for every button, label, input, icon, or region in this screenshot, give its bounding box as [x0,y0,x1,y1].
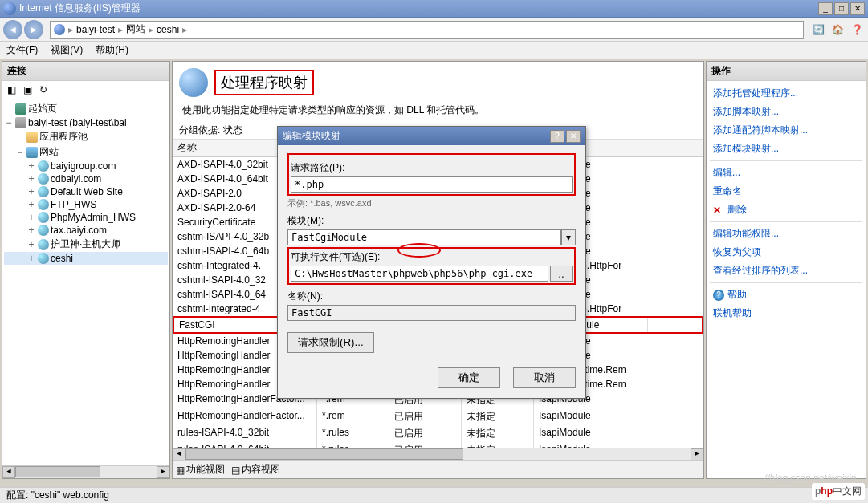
tree-refresh-icon[interactable]: ↻ [36,83,51,97]
breadcrumb-seg[interactable]: ceshi [157,24,179,35]
tree-expand-icon[interactable]: ▣ [20,83,35,97]
menu-help[interactable]: 帮助(H) [96,43,128,57]
tree-hscroll[interactable]: ◄ ► [2,465,169,478]
status-bar: 配置: "ceshi" web.config [0,487,868,503]
action-link[interactable]: ✕删除 [710,201,862,219]
status-text: 配置: "ceshi" web.config [6,489,109,502]
maximize-button[interactable]: □ [834,2,849,15]
action-link[interactable]: 恢复为父项 [710,243,862,262]
request-path-label: 请求路径(P): [291,161,573,175]
tree-node[interactable]: 应用程序池 [4,129,168,144]
globe-icon [54,24,65,35]
dialog-title: 编辑模块映射 [283,129,340,143]
delete-icon: ✕ [713,205,724,216]
connections-header: 连接 [2,62,169,81]
action-link[interactable]: 查看经过排序的列表... [710,262,862,280]
window-title: Internet 信息服务(IIS)管理器 [19,2,818,15]
dialog-help-button[interactable]: ? [550,130,564,143]
action-link[interactable]: 添加脚本映射... [710,103,862,121]
table-row[interactable]: rules-ISAPI-4.0_32bit*.rules已启用未指定IsapiM… [173,425,703,442]
edit-module-mapping-dialog: 编辑模块映射 ? ✕ 请求路径(P): 示例: *.bas, wsvc.axd … [277,126,586,399]
feature-description: 使用此功能指定处理特定请求类型的响应的资源，如 DLL 和托管代码。 [173,103,703,122]
tree-node[interactable]: 起始页 [4,101,168,116]
executable-input[interactable] [291,266,548,282]
logo-watermark: php中文网 [812,483,865,500]
cancel-button[interactable]: 取消 [513,367,576,388]
connections-panel: 连接 ◧ ▣ ↻ 起始页−baiyi-test (baiyi-test\bai应… [2,61,170,479]
actions-header: 操作 [707,62,866,81]
actions-panel: 操作 添加托管处理程序...添加脚本映射...添加通配符脚本映射...添加模块映… [706,61,866,479]
action-link[interactable]: 重命名 [710,182,862,201]
request-restrictions-button[interactable]: 请求限制(R)... [287,332,374,353]
tree-node[interactable]: +baiyigroup.com [4,160,168,172]
action-link[interactable]: 联机帮助 [710,304,862,322]
action-link[interactable]: 编辑... [710,164,862,182]
action-link[interactable]: 添加模块映射... [710,140,862,158]
scroll-right-button[interactable]: ► [157,466,169,478]
tree-node[interactable]: +ceshi [4,252,168,265]
feature-title: 处理程序映射 [214,70,314,95]
address-row: ◄ ► ▸ baiyi-test ▸ 网站 ▸ ceshi ▸ 🔄 🏠 ❓ [0,18,868,42]
menu-view[interactable]: 视图(V) [51,43,83,57]
action-link[interactable]: 编辑功能权限... [710,225,862,243]
titlebar: Internet 信息服务(IIS)管理器 _ □ ✕ [0,0,868,18]
ok-button[interactable]: 确定 [438,367,500,388]
request-path-input[interactable] [291,176,573,193]
group-by-value[interactable]: 状态 [223,124,242,136]
tree-node[interactable]: +护卫神·主机大师 [4,237,168,252]
group-by-label: 分组依据: [179,124,220,136]
scroll-left-button[interactable]: ◄ [2,466,15,478]
menu-bar: 文件(F) 视图(V) 帮助(H) [0,42,868,59]
content-view-tab[interactable]: ▤ 内容视图 [231,463,280,477]
table-row[interactable]: rules-ISAPI-4.0_64bit*.rules已启用未指定IsapiM… [173,442,703,448]
help-toolbar-icon[interactable]: ❓ [849,22,865,38]
address-bar[interactable]: ▸ baiyi-test ▸ 网站 ▸ ceshi ▸ [50,21,804,39]
help-icon: ? [713,290,724,301]
tree-node[interactable]: +cdbaiyi.com [4,172,168,185]
breadcrumb-seg[interactable]: 网站 [126,22,145,36]
module-label: 模块(M): [287,214,576,228]
app-icon [3,2,16,15]
menu-file[interactable]: 文件(F) [6,43,38,57]
action-link[interactable]: 添加通配符脚本映射... [710,121,862,140]
scroll-right-button[interactable]: ► [691,448,703,460]
nav-back-button[interactable]: ◄ [3,20,22,39]
executable-label: 可执行文件(可选)(E): [291,250,573,264]
request-path-hint: 示例: *.bas, wsvc.axd [287,197,576,209]
tree-node[interactable]: +Default Web Site [4,185,168,198]
watermark-text: //blog.csdn.net/weixin_ [764,473,862,484]
dialog-close-button[interactable]: ✕ [566,130,581,143]
module-select[interactable] [287,229,561,245]
minimize-button[interactable]: _ [818,2,833,15]
nav-forward-button[interactable]: ► [24,20,43,39]
name-input [287,305,576,321]
grid-hscroll[interactable]: ◄ ► [173,448,703,460]
home-icon[interactable]: 🏠 [829,22,846,38]
tree-node[interactable]: −baiyi-test (baiyi-test\bai [4,116,168,129]
handler-mappings-icon [179,68,208,97]
close-button[interactable]: ✕ [850,2,865,15]
name-label: 名称(N): [287,290,576,303]
tree-node[interactable]: −网站 [4,144,168,160]
refresh-icon[interactable]: 🔄 [810,22,826,38]
tree-node[interactable]: +FTP_HWS [4,198,168,211]
action-link[interactable]: ?帮助 [710,286,862,304]
action-link[interactable]: 添加托管处理程序... [710,84,862,103]
tree-collapse-icon[interactable]: ◧ [4,83,18,97]
chevron-down-icon[interactable]: ▾ [561,229,576,245]
table-row[interactable]: HttpRemotingHandlerFactor...*.rem已启用未指定I… [173,408,703,425]
connections-tree[interactable]: 起始页−baiyi-test (baiyi-test\bai应用程序池−网站+b… [2,99,169,465]
breadcrumb-seg[interactable]: baiyi-test [76,24,115,35]
tree-node[interactable]: +tax.baiyi.com [4,224,168,237]
tree-node[interactable]: +PhpMyAdmin_HWS [4,211,168,224]
feature-view-tab[interactable]: ▦ 功能视图 [176,463,225,477]
browse-button[interactable]: .. [550,266,573,282]
scroll-left-button[interactable]: ◄ [173,448,185,460]
